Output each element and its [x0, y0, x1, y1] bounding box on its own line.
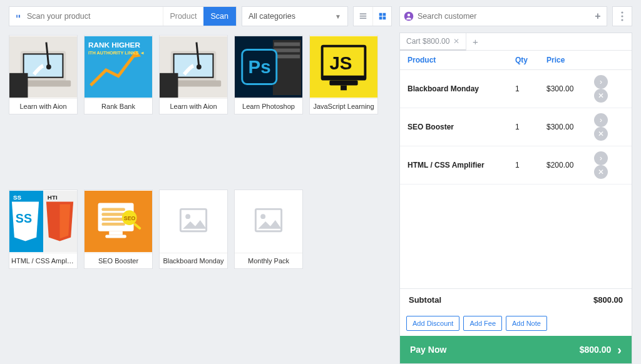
svg-rect-46	[101, 213, 125, 216]
add-fee-button[interactable]: Add Fee	[463, 316, 502, 331]
cart-item-qty: 1	[515, 84, 546, 93]
svg-rect-48	[101, 223, 125, 226]
subtotal-value: $800.00	[593, 295, 623, 305]
svg-point-63	[621, 15, 623, 17]
svg-text:JS: JS	[329, 53, 352, 73]
product-thumbnail: JS	[310, 36, 377, 98]
customer-search-box[interactable]: +	[399, 6, 607, 26]
more-menu-button[interactable]	[612, 6, 632, 26]
svg-rect-50	[105, 235, 126, 238]
product-thumbnail: SEO	[85, 190, 152, 253]
svg-rect-0	[360, 13, 367, 14]
add-note-button[interactable]: Add Note	[506, 316, 547, 331]
svg-rect-49	[109, 231, 123, 235]
svg-rect-10	[24, 54, 63, 76]
product-card[interactable]: HTISSSSHTML / CSS Amplifier	[9, 190, 78, 269]
svg-text:ITH AUTHORITY LINKS ◄: ITH AUTHORITY LINKS ◄	[88, 50, 145, 56]
list-view-button[interactable]	[354, 7, 372, 26]
product-name: Learn with Aion	[9, 98, 77, 114]
expand-item-button[interactable]: ›	[594, 151, 608, 165]
cart-item-qty: 1	[515, 161, 546, 169]
product-name: HTML / CSS Amplifier	[9, 253, 77, 268]
expand-item-button[interactable]: ›	[594, 75, 608, 89]
cart-header-row: Product Qty Price	[400, 51, 632, 70]
product-name: Learn Photoshop	[235, 98, 302, 114]
barcode-icon	[9, 12, 27, 21]
cart-item-price: $300.00	[546, 84, 590, 93]
svg-rect-5	[379, 17, 382, 20]
svg-text:RANK HIGHER: RANK HIGHER	[88, 41, 141, 49]
remove-item-button[interactable]: ✕	[594, 127, 608, 141]
product-thumbnail: RANK HIGHERITH AUTHORITY LINKS ◄	[85, 36, 152, 98]
header-qty: Qty	[515, 56, 546, 64]
product-name: Blackboard Monday	[160, 253, 227, 268]
svg-rect-28	[274, 49, 300, 53]
category-select[interactable]: All categories ▼	[242, 6, 348, 26]
product-card[interactable]: Learn with Aion	[9, 35, 78, 114]
svg-rect-47	[101, 218, 125, 221]
scan-button[interactable]: Scan	[203, 7, 237, 26]
svg-text:SEO: SEO	[124, 215, 136, 221]
subtotal-label: Subtotal	[409, 295, 441, 305]
svg-text:SS: SS	[16, 211, 32, 225]
add-cart-tab-button[interactable]: +	[466, 36, 484, 47]
cart-item-name: HTML / CSS Amplifier	[408, 161, 515, 169]
product-card[interactable]: Learn with Aion	[159, 35, 228, 114]
remove-item-button[interactable]: ✕	[594, 89, 608, 103]
expand-item-button[interactable]: ›	[594, 113, 608, 127]
svg-rect-2	[360, 18, 367, 19]
product-thumbnail	[160, 36, 227, 98]
pay-now-button[interactable]: Pay Now $800.00 ›	[400, 336, 632, 363]
cart-item-qty: 1	[515, 123, 546, 131]
svg-rect-37	[341, 85, 347, 90]
product-search-input[interactable]	[27, 12, 163, 21]
svg-point-62	[621, 11, 623, 13]
product-card[interactable]: Blackboard Monday	[159, 190, 228, 269]
product-thumbnail: Ps	[235, 36, 302, 98]
svg-point-59	[260, 214, 265, 219]
cart-tab[interactable]: Cart $800.00 ✕	[400, 33, 466, 51]
cart-row: HTML / CSS Amplifier1$200.00›✕	[400, 146, 632, 185]
pay-now-label: Pay Now	[410, 345, 446, 355]
product-card[interactable]: JSJavaScript Learning	[309, 35, 378, 114]
svg-rect-3	[379, 13, 382, 16]
customer-search-input[interactable]	[418, 12, 589, 21]
product-name: Monthly Pack	[235, 253, 302, 268]
product-card[interactable]: RANK HIGHERITH AUTHORITY LINKS ◄Rank Ban…	[84, 35, 153, 114]
category-selected-label: All categories	[249, 12, 295, 21]
product-thumbnail	[160, 190, 227, 253]
cart-panel: Cart $800.00 ✕ + Product Qty Price Black…	[399, 33, 632, 364]
close-tab-icon[interactable]: ✕	[453, 37, 459, 46]
add-customer-button[interactable]: +	[589, 11, 607, 22]
svg-rect-54	[160, 191, 227, 252]
svg-rect-21	[175, 54, 213, 76]
svg-rect-57	[235, 191, 302, 252]
product-search-box[interactable]: Product Scan	[9, 6, 237, 26]
svg-rect-4	[382, 13, 386, 16]
product-thumbnail	[9, 36, 77, 98]
product-name: JavaScript Learning	[310, 98, 377, 114]
svg-point-12	[46, 64, 51, 69]
svg-point-61	[408, 14, 410, 16]
search-mode-label[interactable]: Product	[163, 7, 203, 26]
svg-rect-29	[274, 54, 300, 58]
svg-point-56	[185, 214, 190, 219]
cart-item-name: SEO Booster	[408, 123, 515, 131]
svg-rect-45	[101, 208, 125, 211]
view-toggle	[353, 6, 392, 26]
svg-text:HTI: HTI	[48, 194, 58, 201]
cart-row: Blackboard Monday1$300.00›✕	[400, 70, 632, 108]
svg-text:SS: SS	[13, 194, 22, 201]
cart-row: SEO Booster1$300.00›✕	[400, 108, 632, 146]
product-grid: Learn with AionRANK HIGHERITH AUTHORITY …	[9, 35, 392, 269]
product-card[interactable]: SEOSEO Booster	[84, 190, 153, 269]
remove-item-button[interactable]: ✕	[594, 165, 608, 179]
product-card[interactable]: Monthly Pack	[234, 190, 303, 269]
pay-now-amount: $800.00	[580, 345, 612, 355]
product-card[interactable]: PsLearn Photoshop	[234, 35, 303, 114]
cart-item-price: $300.00	[546, 123, 590, 131]
header-product: Product	[408, 56, 515, 64]
grid-view-button[interactable]	[372, 7, 391, 26]
user-icon	[400, 11, 418, 21]
add-discount-button[interactable]: Add Discount	[406, 316, 459, 331]
